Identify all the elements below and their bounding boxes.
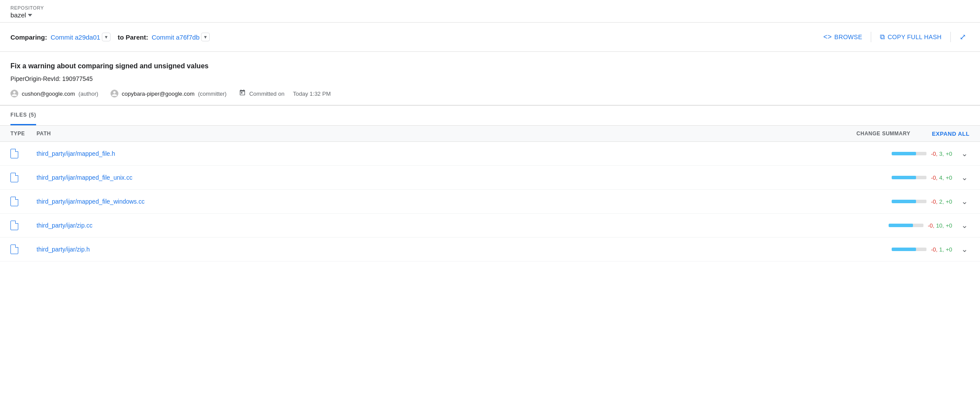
files-table-header: Type Path Change Summary EXPAND ALL <box>0 126 980 142</box>
file-type-icon <box>10 149 37 158</box>
author-role: (author) <box>78 91 98 97</box>
committer-meta: copybara-piper@google.com (committer) <box>111 90 227 97</box>
doc-icon <box>10 173 18 182</box>
files-tabs: FILES (5) <box>0 106 980 126</box>
file-expand-cell: ⌄ <box>952 195 970 208</box>
file-path-cell: third_party/ijar/mapped_file.h <box>37 150 839 157</box>
committer-icon <box>111 90 118 97</box>
file-path-link[interactable]: third_party/ijar/mapped_file_unix.cc <box>37 174 132 181</box>
col-type-header: Type <box>10 131 37 137</box>
author-meta: cushon@google.com (author) <box>10 90 98 97</box>
expand-all-button[interactable]: EXPAND ALL <box>932 131 970 137</box>
commit-message: PiperOrigin-RevId: 190977545 <box>10 75 970 82</box>
toolbar-divider-1 <box>871 32 871 42</box>
repo-dropdown-icon[interactable] <box>28 14 32 17</box>
copy-hash-label: COPY FULL HASH <box>888 34 942 40</box>
committed-label: Committed on <box>249 91 285 97</box>
table-row: third_party/ijar/zip.cc -0, 10, +0 ⌄ <box>0 214 980 238</box>
row-expand-button[interactable]: ⌄ <box>960 171 970 184</box>
file-change-cell: -0, 2, +0 <box>839 198 952 205</box>
change-bar <box>892 152 926 155</box>
table-row: third_party/ijar/mapped_file.h -0, 3, +0… <box>0 142 980 166</box>
stat-plus: +0 <box>946 174 952 181</box>
change-stats: -0, 4, +0 <box>931 174 952 181</box>
row-expand-button[interactable]: ⌄ <box>960 219 970 232</box>
author-email: cushon@google.com <box>22 91 75 97</box>
file-change-cell: -0, 10, +0 <box>839 222 952 229</box>
doc-icon <box>10 197 18 206</box>
doc-icon <box>10 245 18 254</box>
commit-to-dropdown[interactable]: ▾ <box>201 33 210 41</box>
change-stats: -0, 1, +0 <box>931 246 952 253</box>
stat-mid: 1, <box>939 246 944 253</box>
file-path-link[interactable]: third_party/ijar/mapped_file.h <box>37 150 115 157</box>
file-change-cell: -0, 3, +0 <box>839 151 952 157</box>
table-row: third_party/ijar/mapped_file_windows.cc … <box>0 190 980 214</box>
change-bar <box>892 200 926 203</box>
browse-button[interactable]: <> BROWSE <box>820 30 866 44</box>
file-path-link[interactable]: third_party/ijar/mapped_file_windows.cc <box>37 198 144 205</box>
file-expand-cell: ⌄ <box>952 147 970 160</box>
file-path-cell: third_party/ijar/mapped_file_unix.cc <box>37 174 839 181</box>
commit-meta: cushon@google.com (author) copybara-pipe… <box>10 89 970 98</box>
files-section: FILES (5) Type Path Change Summary EXPAN… <box>0 105 980 261</box>
stat-mid: 2, <box>939 198 944 205</box>
col-expand-header: EXPAND ALL <box>917 130 970 137</box>
file-expand-cell: ⌄ <box>952 171 970 184</box>
expand-view-button[interactable]: ⤢ <box>956 30 970 44</box>
calendar-icon <box>239 89 246 98</box>
doc-icon <box>10 221 18 230</box>
stat-plus: +0 <box>946 222 952 229</box>
file-path-cell: third_party/ijar/mapped_file_windows.cc <box>37 198 839 205</box>
copy-hash-button[interactable]: ⧉ COPY FULL HASH <box>876 30 945 44</box>
change-stats: -0, 3, +0 <box>931 151 952 157</box>
change-stats: -0, 10, +0 <box>928 222 952 229</box>
browse-icon: <> <box>823 33 832 41</box>
files-tab[interactable]: FILES (5) <box>10 106 36 125</box>
repo-name: bazel <box>10 11 970 19</box>
author-icon <box>10 90 18 97</box>
file-type-icon <box>10 245 37 254</box>
change-bar-fill <box>892 248 916 251</box>
commit-from-dropdown[interactable]: ▾ <box>102 33 111 41</box>
file-type-icon <box>10 221 37 230</box>
browse-label: BROWSE <box>834 34 862 40</box>
change-bar-fill <box>889 224 913 227</box>
commit-to-link[interactable]: Commit a76f7db <box>151 34 199 41</box>
stat-plus: +0 <box>946 198 952 205</box>
row-expand-button[interactable]: ⌄ <box>960 147 970 160</box>
committer-role: (committer) <box>198 91 227 97</box>
file-path-link[interactable]: third_party/ijar/zip.h <box>37 246 90 253</box>
top-bar: Repository bazel <box>0 0 980 23</box>
committed-date-meta: Committed on Today 1:32 PM <box>239 89 331 98</box>
row-expand-button[interactable]: ⌄ <box>960 195 970 208</box>
repo-name-text: bazel <box>10 11 26 19</box>
stat-mid: 3, <box>939 151 944 157</box>
committer-email: copybara-piper@google.com <box>122 91 195 97</box>
row-expand-button[interactable]: ⌄ <box>960 243 970 256</box>
commit-from-link[interactable]: Commit a29da01 <box>50 34 100 41</box>
commit-title: Fix a warning about comparing signed and… <box>10 62 970 70</box>
table-row: third_party/ijar/zip.h -0, 1, +0 ⌄ <box>0 238 980 261</box>
file-expand-cell: ⌄ <box>952 243 970 256</box>
copy-icon: ⧉ <box>880 33 885 41</box>
stat-minus: -0, <box>931 174 937 181</box>
file-path-link[interactable]: third_party/ijar/zip.cc <box>37 222 92 229</box>
change-bar <box>892 248 926 251</box>
to-parent-label: to Parent: <box>117 34 148 41</box>
stat-minus: -0, <box>931 246 937 253</box>
comparing-bar: Comparing: Commit a29da01 ▾ to Parent: C… <box>0 23 980 52</box>
col-path-header: Path <box>37 131 797 137</box>
change-bar-fill <box>892 176 916 179</box>
stat-minus: -0, <box>928 222 934 229</box>
file-expand-cell: ⌄ <box>952 219 970 232</box>
file-type-icon <box>10 173 37 182</box>
file-rows-container: third_party/ijar/mapped_file.h -0, 3, +0… <box>0 142 980 261</box>
comparing-label: Comparing: <box>10 34 47 41</box>
stat-plus: +0 <box>946 246 952 253</box>
file-change-cell: -0, 4, +0 <box>839 174 952 181</box>
change-bar <box>889 224 923 227</box>
file-path-cell: third_party/ijar/zip.cc <box>37 222 839 229</box>
file-change-cell: -0, 1, +0 <box>839 246 952 253</box>
table-row: third_party/ijar/mapped_file_unix.cc -0,… <box>0 166 980 190</box>
